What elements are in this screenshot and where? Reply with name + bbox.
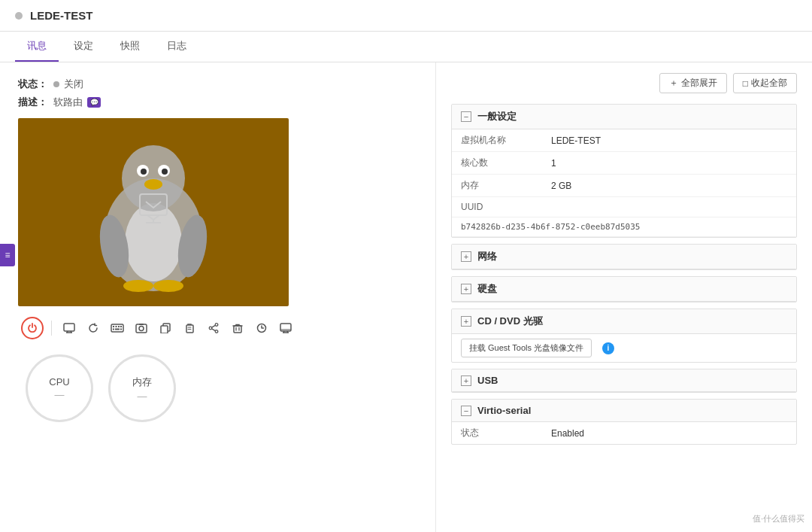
copy-icon	[160, 323, 171, 333]
tux-image	[78, 129, 229, 295]
svg-rect-24	[113, 329, 114, 330]
svg-rect-31	[161, 326, 168, 333]
sidebar-toggle[interactable]: ≡	[0, 244, 15, 266]
tab-settings[interactable]: 设定	[62, 32, 105, 62]
section-harddisk-header[interactable]: + 硬盘	[452, 277, 796, 302]
watermark: 值·什么值得买	[753, 513, 804, 524]
refresh-button[interactable]	[83, 318, 103, 338]
power-icon	[27, 323, 38, 333]
prop-val-virtio-status: Enabled	[551, 428, 787, 439]
svg-point-9	[153, 280, 183, 292]
prop-key-vm-name: 虚拟机名称	[461, 134, 551, 147]
prop-dvd-mount: 挂载 Guest Tools 光盘镜像文件 i	[452, 334, 796, 362]
section-network: + 网络	[451, 244, 797, 270]
toolbar-sep-1	[51, 321, 52, 336]
section-general-header[interactable]: − 一般设定	[452, 105, 796, 129]
status-row: 状态： 关闭	[18, 78, 417, 91]
collapse-all-button[interactable]: □ 收起全部	[733, 73, 797, 93]
svg-rect-27	[136, 324, 147, 333]
svg-line-39	[212, 329, 216, 331]
section-virtio-header[interactable]: − Virtio-serial	[452, 400, 796, 422]
section-dvd-header[interactable]: + CD / DVD 光驱	[452, 309, 796, 334]
share-icon	[208, 323, 219, 333]
tabs-bar: 讯息 设定 快照 日志	[0, 32, 812, 62]
prop-vm-name: 虚拟机名称 LEDE-TEST	[452, 129, 796, 152]
toolbar	[18, 317, 417, 339]
section-usb-header[interactable]: + USB	[452, 369, 796, 392]
expand-all-label: 全部展开	[681, 77, 717, 90]
chat-icon[interactable]: 💬	[87, 97, 101, 108]
app-container: LEDE-TEST 讯息 设定 快照 日志 状态： 关闭 描述： 软路由 💬	[0, 0, 812, 532]
section-virtio-title: Virtio-serial	[477, 405, 531, 416]
mount-guest-tools-button[interactable]: 挂载 Guest Tools 光盘镜像文件	[461, 339, 592, 357]
vm-preview[interactable]	[18, 118, 289, 306]
svg-point-8	[123, 280, 153, 292]
vm-status-dot	[15, 12, 23, 20]
svg-rect-25	[115, 329, 120, 330]
prop-key-virtio-status: 状态	[461, 427, 551, 439]
expand-all-button[interactable]: ＋ 全部展开	[659, 73, 727, 93]
section-general-title: 一般设定	[477, 110, 517, 123]
svg-point-6	[162, 169, 168, 175]
prop-val-cores: 1	[551, 158, 787, 169]
mem-metric: 内存 —	[108, 354, 176, 422]
collapse-icon: □	[743, 78, 748, 89]
section-harddisk-toggle: +	[461, 284, 471, 294]
svg-rect-22	[118, 326, 120, 327]
keyboard-icon	[111, 324, 124, 333]
section-virtio-toggle: −	[461, 406, 471, 416]
prop-memory: 内存 2 GB	[452, 175, 796, 197]
section-harddisk-title: 硬盘	[477, 282, 497, 296]
share-button[interactable]	[204, 318, 223, 338]
cpu-label: CPU	[49, 376, 69, 388]
prop-cores: 核心数 1	[452, 152, 796, 175]
prop-key-cores: 核心数	[461, 157, 551, 169]
tab-snapshot[interactable]: 快照	[108, 32, 152, 62]
tab-log[interactable]: 日志	[155, 32, 198, 62]
section-harddisk: + 硬盘	[451, 276, 797, 302]
history-button[interactable]	[252, 318, 271, 338]
paste-button[interactable]	[180, 318, 199, 338]
section-network-title: 网络	[477, 250, 497, 263]
section-network-header[interactable]: + 网络	[452, 245, 796, 269]
section-virtio: − Virtio-serial 状态 Enabled	[451, 399, 797, 445]
info-icon[interactable]: i	[602, 342, 614, 354]
delete-icon	[232, 323, 243, 333]
tab-info[interactable]: 讯息	[15, 32, 59, 62]
collapse-all-label: 收起全部	[751, 77, 787, 90]
section-dvd-title: CD / DVD 光驱	[477, 315, 543, 328]
svg-rect-19	[111, 324, 123, 332]
desc-label: 描述：	[18, 96, 47, 109]
expand-icon: ＋	[669, 77, 678, 90]
copy-button[interactable]	[156, 318, 175, 338]
prop-uuid-label: UUID	[452, 197, 796, 217]
svg-rect-26	[120, 329, 122, 330]
screenshot-button[interactable]	[132, 318, 151, 338]
power-button[interactable]	[21, 317, 44, 339]
svg-rect-40	[234, 326, 241, 333]
metrics-row: CPU — 内存 —	[18, 354, 417, 422]
cpu-metric: CPU —	[26, 354, 93, 422]
section-usb-toggle: +	[461, 375, 471, 386]
keyboard-button[interactable]	[108, 318, 127, 338]
title-bar: LEDE-TEST	[0, 0, 812, 32]
section-network-toggle: +	[461, 251, 471, 262]
delete-button[interactable]	[228, 318, 247, 338]
status-label: 状态：	[18, 78, 47, 91]
vm-title: LEDE-TEST	[30, 9, 92, 22]
remote-icon	[280, 323, 292, 333]
status-indicator	[53, 81, 59, 87]
prop-uuid-value: b742826b-d235-4b6f-8752-c0eeb87d5035	[452, 217, 796, 237]
remote-button[interactable]	[276, 318, 295, 338]
section-dvd-toggle: +	[461, 316, 471, 327]
svg-line-38	[212, 325, 216, 327]
svg-point-2	[122, 145, 185, 211]
paste-icon	[184, 323, 195, 333]
display-button[interactable]	[59, 318, 79, 338]
section-virtio-body: 状态 Enabled	[452, 422, 796, 444]
screenshot-icon	[135, 323, 147, 333]
svg-point-28	[139, 327, 144, 331]
history-icon	[256, 323, 267, 333]
prop-val-vm-name: LEDE-TEST	[551, 135, 787, 146]
svg-point-7	[144, 179, 162, 190]
